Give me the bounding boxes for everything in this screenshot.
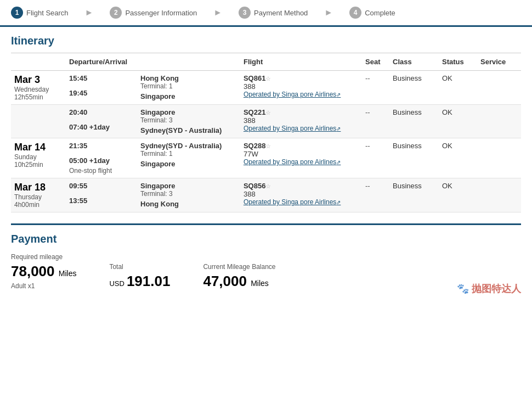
city-cell-mar3-1: Hong Kong Terminal: 1 Singapore: [137, 71, 240, 105]
service-mar3-1: [477, 71, 521, 105]
date-dur-mar14: 10h25min: [14, 161, 63, 169]
flight-cell-mar3-2: SQ221☆ 388 Operated by Singa pore Airlin…: [240, 105, 362, 138]
dep-time-mar3-1: 15:45: [69, 74, 134, 82]
date-dur-mar18: 4h00min: [14, 201, 63, 209]
step-2[interactable]: 2 Passenger Information: [110, 7, 197, 19]
city-cell-mar14: Sydney(SYD - Australia) Terminal: 1 Sing…: [137, 138, 240, 178]
star-icon-mar18: ☆: [265, 183, 271, 189]
payment-row: Required mileage 78,000 Miles Adult x1 T…: [11, 253, 521, 290]
time-cell-mar14: 21:35 05:00 +1day One-stop flight: [66, 138, 137, 178]
dep-terminal-mar3-1: Terminal: 1: [140, 82, 237, 90]
service-mar18: [477, 178, 521, 212]
date-cell-mar3: Mar 3 Wednesday 12h55min: [11, 71, 66, 105]
itinerary-title: Itinerary: [11, 27, 521, 53]
star-icon-mar14: ☆: [265, 143, 271, 149]
external-link-icon: ⇗: [336, 92, 341, 98]
dep-time-mar18: 09:55: [69, 182, 134, 190]
city-cell-mar3-2: Singapore Terminal: 3 Sydney(SYD - Austr…: [137, 105, 240, 138]
step-1[interactable]: 1 Flight Search: [11, 7, 69, 19]
col-class: Class: [389, 53, 439, 71]
total-value: USD191.01: [109, 273, 170, 290]
class-mar14: Business: [389, 138, 439, 178]
city-cell-mar18: Singapore Terminal: 3 Hong Kong: [137, 178, 240, 212]
status-mar18: OK: [439, 178, 477, 212]
operated-link-mar3-1[interactable]: Operated by Singa pore Airlines⇗: [244, 91, 359, 98]
arr-time-mar3-2: 07:40 +1day: [69, 123, 134, 131]
flight-cell-mar18: SQ856☆ 388 Operated by Singa pore Airlin…: [240, 178, 362, 212]
dep-city-mar14: Sydney(SYD - Australia): [140, 142, 237, 150]
itinerary-table: Departure/Arrival Flight Seat Class Stat…: [11, 53, 521, 212]
one-stop-mar14: One-stop flight: [69, 167, 134, 175]
arr-city-mar3-1: Singapore: [140, 92, 237, 100]
date-cell-mar18: Mar 18 Thursday 4h00min: [11, 178, 66, 212]
table-row: Mar 18 Thursday 4h00min 09:55 13:55 Sing…: [11, 178, 521, 212]
operated-link-mar18[interactable]: Operated by Singa pore Airlines⇗: [244, 198, 359, 206]
col-seat: Seat: [362, 53, 389, 71]
step-3[interactable]: 3 Payment Method: [239, 7, 308, 19]
payment-title: Payment: [11, 233, 521, 245]
mileage-required-label: Required mileage: [11, 253, 76, 261]
date-day-mar18: Thursday: [14, 193, 63, 201]
adult-note: Adult x1: [11, 282, 76, 290]
arr-city-mar3-2: Sydney(SYD - Australia): [140, 126, 237, 134]
table-row: 20:40 07:40 +1day Singapore Terminal: 3 …: [11, 105, 521, 138]
time-cell-mar3-2: 20:40 07:40 +1day: [66, 105, 137, 138]
dep-time-mar3-2: 20:40: [69, 108, 134, 116]
seat-mar14: --: [362, 138, 389, 178]
aircraft-mar14: 77W: [244, 150, 359, 158]
watermark-icon: 🐾: [457, 283, 469, 294]
service-mar14: [477, 138, 521, 178]
date-main-mar3: Mar 3: [14, 74, 63, 86]
date-dur-mar3: 12h55min: [14, 93, 63, 101]
step-num-1: 1: [11, 7, 23, 19]
dep-terminal-mar3-2: Terminal: 3: [140, 116, 237, 124]
col-status: Status: [439, 53, 477, 71]
operated-link-mar3-2[interactable]: Operated by Singa pore Airlines⇗: [244, 125, 359, 132]
table-row: Mar 3 Wednesday 12h55min 15:45 19:45 Hon…: [11, 71, 521, 105]
payment-balance: Current Mileage Balance 47,000 Miles: [203, 263, 275, 290]
seat-mar3-1: --: [362, 71, 389, 105]
dep-terminal-mar18: Terminal: 3: [140, 190, 237, 198]
step-label-3: Payment Method: [254, 9, 308, 17]
date-main-mar14: Mar 14: [14, 142, 63, 153]
class-mar3-2: Business: [389, 105, 439, 138]
class-mar18: Business: [389, 178, 439, 212]
dep-terminal-mar14: Terminal: 1: [140, 150, 237, 158]
external-link-icon-2: ⇗: [336, 126, 341, 132]
external-link-icon-4: ⇗: [336, 199, 341, 205]
mileage-required-value: 78,000 Miles: [11, 263, 76, 280]
col-flight: Flight: [240, 53, 362, 71]
flight-cell-mar14: SQ288☆ 77W Operated by Singa pore Airlin…: [240, 138, 362, 178]
status-mar3-1: OK: [439, 71, 477, 105]
time-cell-mar3-1: 15:45 19:45: [66, 71, 137, 105]
col-date: [11, 53, 66, 71]
date-cell-mar14: Mar 14 Sunday 10h25min: [11, 138, 66, 178]
star-icon-mar3-1: ☆: [265, 75, 271, 82]
step-label-2: Passenger Information: [125, 9, 197, 17]
col-service: Service: [477, 53, 521, 71]
flight-num-mar18: SQ856: [244, 182, 265, 190]
operated-link-mar14[interactable]: Operated by Singa pore Airlines⇗: [244, 158, 359, 166]
main-content: Itinerary Departure/Arrival Flight Seat …: [0, 27, 532, 301]
table-row: Mar 14 Sunday 10h25min 21:35 05:00 +1day…: [11, 138, 521, 178]
total-label: Total: [109, 263, 170, 271]
status-mar3-2: OK: [439, 105, 477, 138]
service-mar3-2: [477, 105, 521, 138]
balance-value: 47,000 Miles: [203, 273, 275, 290]
step-num-4: 4: [349, 7, 361, 19]
step-4[interactable]: 4 Complete: [349, 7, 395, 19]
arr-time-mar3-1: 19:45: [69, 89, 134, 97]
arr-time-mar18: 13:55: [69, 197, 134, 205]
aircraft-mar18: 388: [244, 190, 359, 198]
dep-city-mar3-2: Singapore: [140, 108, 237, 116]
date-cell-mar3b: [11, 105, 66, 138]
flight-num-mar3-1: SQ861: [244, 74, 265, 82]
balance-label: Current Mileage Balance: [203, 263, 275, 271]
arr-city-mar14: Singapore: [140, 160, 237, 168]
star-icon-mar3-2: ☆: [265, 109, 271, 116]
dep-city-mar3-1: Hong Kong: [140, 74, 237, 82]
date-main-mar18: Mar 18: [14, 182, 63, 193]
aircraft-mar3-1: 388: [244, 82, 359, 91]
seat-mar3-2: --: [362, 105, 389, 138]
flight-num-mar14: SQ288: [244, 142, 265, 150]
